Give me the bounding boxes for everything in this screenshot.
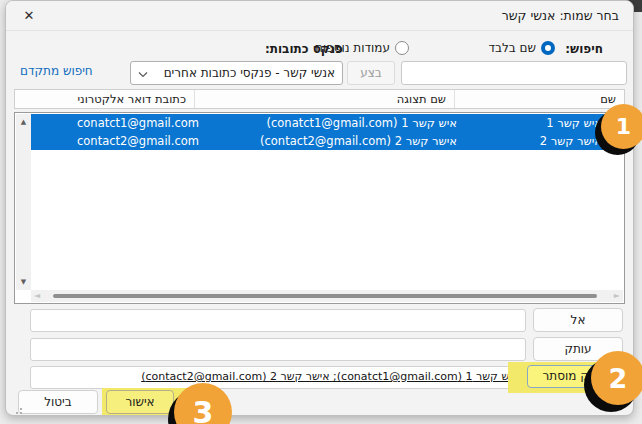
scroll-left-icon[interactable]: ◄ [34, 290, 40, 302]
search-label: חיפוש: [565, 42, 603, 56]
go-button[interactable]: בצע [347, 61, 395, 85]
address-book-dropdown[interactable]: אנשי קשר - פנקסי כתובות אחרים [130, 61, 343, 85]
search-input[interactable] [401, 61, 627, 85]
to-button[interactable]: אל [533, 308, 623, 332]
address-book-value: אנשי קשר - פנקסי כתובות אחרים [164, 62, 335, 84]
radio-name-only[interactable]: שם בלבד [488, 41, 555, 55]
select-names-dialog: בחר שמות: אנשי קשר ✕ חיפוש: שם בלבד עמוד… [5, 0, 634, 416]
ok-button[interactable]: אישור [106, 390, 174, 414]
bcc-recipients-text: איש קשר 1 (conatct1@gmail.com); אישר קשר… [141, 370, 519, 383]
contact-name: אישר קשר 2 [540, 134, 602, 148]
scroll-right-icon[interactable]: ► [614, 290, 620, 302]
contact-row-selected[interactable]: אישר קשר 2 אישר קשר 2 (contact2@gmail.co… [31, 132, 623, 150]
cc-field[interactable] [30, 338, 526, 361]
contact-row-selected[interactable]: איש קשר 1 איש קשר 1 (conatct1@gmail.com)… [31, 114, 623, 132]
step-badge-1: 1 [601, 104, 642, 149]
title-bar: בחר שמות: אנשי קשר ✕ [6, 1, 633, 31]
contact-name: איש קשר 1 [546, 116, 602, 130]
radio-unselected-icon[interactable] [395, 41, 409, 55]
resize-grip[interactable] [12, 408, 14, 410]
dialog-title: בחר שמות: אנשי קשר [502, 1, 619, 31]
scroll-down-icon[interactable]: ▼ [16, 275, 31, 289]
horizontal-scrollbar[interactable]: ◄ ► [31, 290, 623, 302]
close-icon[interactable]: ✕ [16, 5, 42, 27]
horizontal-scroll-thumb[interactable] [53, 294, 597, 298]
scroll-up-icon[interactable]: ▲ [16, 115, 31, 129]
column-header-name[interactable]: שם [454, 90, 624, 108]
vertical-scrollbar[interactable]: ▲ ▼ [16, 114, 31, 290]
bcc-field[interactable]: איש קשר 1 (conatct1@gmail.com); אישר קשר… [30, 366, 526, 389]
column-header-display-name[interactable]: שם תצוגה [194, 90, 454, 108]
contact-display-cell: אישר קשר 2 (contact2@gmail.com) [199, 134, 457, 148]
column-header-email[interactable]: כתובת דואר אלקטרוני [15, 90, 194, 108]
radio-name-only-label: שם בלבד [488, 41, 536, 55]
address-book-label: פנקס כתובות: [265, 42, 343, 56]
step-badge-2: 2 [591, 351, 642, 405]
contact-email-cell: conatct1@gmail.com [31, 116, 199, 130]
contact-email-cell: contact2@gmail.com [31, 134, 199, 148]
contact-display-cell: איש קשר 1 (conatct1@gmail.com) [199, 116, 457, 130]
contact-rows: איש קשר 1 איש קשר 1 (conatct1@gmail.com)… [31, 114, 623, 150]
chevron-down-icon [139, 70, 148, 79]
advanced-find-link[interactable]: חיפוש מתקדם [20, 64, 93, 78]
radio-selected-icon[interactable] [541, 41, 555, 55]
cancel-button[interactable]: ביטול [18, 390, 98, 414]
list-header: שם שם תצוגה כתובת דואר אלקטרוני [14, 89, 625, 109]
contacts-list: ▲ ▼ ◄ ► איש קשר 1 איש קשר 1 (conatct1@gm… [14, 112, 625, 304]
to-field[interactable] [30, 309, 526, 332]
contact-name-cell: אישר קשר 2 [457, 134, 623, 148]
contact-name-cell: איש קשר 1 [457, 116, 623, 130]
